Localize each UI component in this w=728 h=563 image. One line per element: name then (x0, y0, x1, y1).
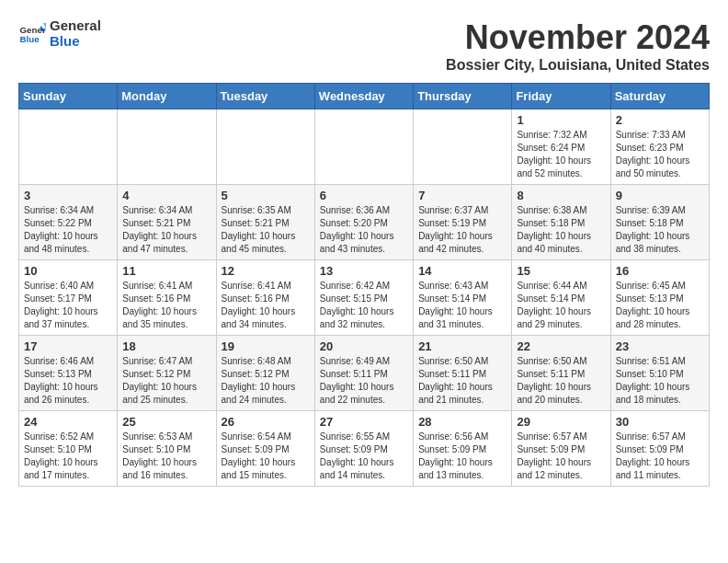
day-info: Sunrise: 6:34 AM Sunset: 5:21 PM Dayligh… (122, 204, 210, 256)
day-info: Sunrise: 6:43 AM Sunset: 5:14 PM Dayligh… (418, 280, 506, 331)
calendar-cell: 4Sunrise: 6:34 AM Sunset: 5:21 PM Daylig… (118, 185, 216, 260)
day-number: 3 (24, 189, 112, 202)
day-info: Sunrise: 7:32 AM Sunset: 6:24 PM Dayligh… (517, 129, 605, 180)
calendar-cell: 28Sunrise: 6:56 AM Sunset: 5:09 PM Dayli… (414, 411, 512, 487)
day-number: 20 (320, 339, 408, 353)
calendar-cell: 15Sunrise: 6:44 AM Sunset: 5:14 PM Dayli… (512, 260, 610, 336)
day-info: Sunrise: 6:57 AM Sunset: 5:09 PM Dayligh… (517, 431, 605, 482)
day-info: Sunrise: 6:37 AM Sunset: 5:19 PM Dayligh… (418, 204, 506, 256)
weekday-header-thursday: Thursday (414, 84, 512, 109)
calendar-cell: 14Sunrise: 6:43 AM Sunset: 5:14 PM Dayli… (414, 260, 512, 336)
day-info: Sunrise: 6:51 AM Sunset: 5:10 PM Dayligh… (616, 355, 704, 407)
day-info: Sunrise: 6:50 AM Sunset: 5:11 PM Dayligh… (517, 355, 605, 407)
day-info: Sunrise: 6:52 AM Sunset: 5:10 PM Dayligh… (24, 431, 112, 482)
day-number: 23 (616, 339, 704, 353)
calendar-cell: 3Sunrise: 6:34 AM Sunset: 5:22 PM Daylig… (19, 185, 118, 260)
calendar-cell: 16Sunrise: 6:45 AM Sunset: 5:13 PM Dayli… (610, 260, 709, 336)
logo-blue: Blue (50, 34, 101, 50)
calendar-week-row: 3Sunrise: 6:34 AM Sunset: 5:22 PM Daylig… (19, 185, 710, 260)
calendar-cell: 21Sunrise: 6:50 AM Sunset: 5:11 PM Dayli… (414, 336, 512, 411)
calendar-week-row: 10Sunrise: 6:40 AM Sunset: 5:17 PM Dayli… (19, 260, 710, 336)
page-header: General Blue General Blue November 2024 … (18, 18, 710, 74)
day-number: 30 (616, 415, 704, 429)
day-info: Sunrise: 6:48 AM Sunset: 5:12 PM Dayligh… (222, 355, 310, 407)
title-block: November 2024 Bossier City, Louisiana, U… (446, 18, 710, 74)
calendar-cell (414, 109, 512, 185)
calendar-cell: 19Sunrise: 6:48 AM Sunset: 5:12 PM Dayli… (216, 336, 314, 411)
calendar-cell: 9Sunrise: 6:39 AM Sunset: 5:18 PM Daylig… (610, 185, 709, 260)
day-number: 6 (320, 189, 408, 202)
weekday-header-saturday: Saturday (610, 84, 709, 109)
calendar-cell: 25Sunrise: 6:53 AM Sunset: 5:10 PM Dayli… (118, 411, 216, 487)
calendar-week-row: 17Sunrise: 6:46 AM Sunset: 5:13 PM Dayli… (19, 336, 710, 411)
calendar-cell: 23Sunrise: 6:51 AM Sunset: 5:10 PM Dayli… (610, 336, 709, 411)
day-number: 21 (418, 339, 506, 353)
logo-icon: General Blue (18, 20, 46, 48)
day-info: Sunrise: 6:55 AM Sunset: 5:09 PM Dayligh… (320, 431, 408, 482)
calendar-cell: 27Sunrise: 6:55 AM Sunset: 5:09 PM Dayli… (314, 411, 413, 487)
day-number: 29 (517, 415, 605, 429)
day-number: 27 (320, 415, 408, 429)
logo-general: General (50, 18, 101, 34)
day-info: Sunrise: 6:36 AM Sunset: 5:20 PM Dayligh… (320, 204, 408, 256)
day-number: 5 (222, 189, 310, 202)
calendar-cell (118, 109, 216, 185)
calendar-cell: 5Sunrise: 6:35 AM Sunset: 5:21 PM Daylig… (216, 185, 314, 260)
day-number: 4 (122, 189, 210, 202)
day-number: 19 (222, 339, 310, 353)
day-info: Sunrise: 6:53 AM Sunset: 5:10 PM Dayligh… (122, 431, 210, 482)
day-number: 9 (616, 189, 704, 202)
weekday-header-tuesday: Tuesday (216, 84, 314, 109)
day-number: 2 (616, 113, 704, 127)
calendar-header-row: SundayMondayTuesdayWednesdayThursdayFrid… (19, 84, 710, 109)
day-info: Sunrise: 7:33 AM Sunset: 6:23 PM Dayligh… (616, 129, 704, 180)
day-number: 10 (24, 264, 112, 278)
day-number: 28 (418, 415, 506, 429)
day-number: 24 (24, 415, 112, 429)
calendar-cell: 17Sunrise: 6:46 AM Sunset: 5:13 PM Dayli… (19, 336, 118, 411)
weekday-header-wednesday: Wednesday (314, 84, 413, 109)
calendar-cell: 29Sunrise: 6:57 AM Sunset: 5:09 PM Dayli… (512, 411, 610, 487)
day-info: Sunrise: 6:39 AM Sunset: 5:18 PM Dayligh… (616, 204, 704, 256)
day-info: Sunrise: 6:46 AM Sunset: 5:13 PM Dayligh… (24, 355, 112, 407)
month-title: November 2024 (446, 18, 710, 57)
day-number: 11 (122, 264, 210, 278)
day-number: 12 (222, 264, 310, 278)
calendar-cell (314, 109, 413, 185)
day-info: Sunrise: 6:54 AM Sunset: 5:09 PM Dayligh… (222, 431, 310, 482)
weekday-header-friday: Friday (512, 84, 610, 109)
day-info: Sunrise: 6:40 AM Sunset: 5:17 PM Dayligh… (24, 280, 112, 331)
day-number: 13 (320, 264, 408, 278)
calendar-cell: 20Sunrise: 6:49 AM Sunset: 5:11 PM Dayli… (314, 336, 413, 411)
calendar-cell: 13Sunrise: 6:42 AM Sunset: 5:15 PM Dayli… (314, 260, 413, 336)
calendar-cell: 8Sunrise: 6:38 AM Sunset: 5:18 PM Daylig… (512, 185, 610, 260)
day-number: 7 (418, 189, 506, 202)
svg-text:Blue: Blue (20, 34, 40, 44)
day-info: Sunrise: 6:35 AM Sunset: 5:21 PM Dayligh… (222, 204, 310, 256)
calendar-cell: 12Sunrise: 6:41 AM Sunset: 5:16 PM Dayli… (216, 260, 314, 336)
calendar-cell: 1Sunrise: 7:32 AM Sunset: 6:24 PM Daylig… (512, 109, 610, 185)
calendar-cell: 10Sunrise: 6:40 AM Sunset: 5:17 PM Dayli… (19, 260, 118, 336)
calendar-cell: 22Sunrise: 6:50 AM Sunset: 5:11 PM Dayli… (512, 336, 610, 411)
day-info: Sunrise: 6:45 AM Sunset: 5:13 PM Dayligh… (616, 280, 704, 331)
day-info: Sunrise: 6:34 AM Sunset: 5:22 PM Dayligh… (24, 204, 112, 256)
day-number: 25 (122, 415, 210, 429)
day-number: 16 (616, 264, 704, 278)
day-number: 22 (517, 339, 605, 353)
day-info: Sunrise: 6:41 AM Sunset: 5:16 PM Dayligh… (122, 280, 210, 331)
weekday-header-monday: Monday (118, 84, 216, 109)
day-info: Sunrise: 6:49 AM Sunset: 5:11 PM Dayligh… (320, 355, 408, 407)
calendar-week-row: 1Sunrise: 7:32 AM Sunset: 6:24 PM Daylig… (19, 109, 710, 185)
day-info: Sunrise: 6:57 AM Sunset: 5:09 PM Dayligh… (616, 431, 704, 482)
calendar-cell: 30Sunrise: 6:57 AM Sunset: 5:09 PM Dayli… (610, 411, 709, 487)
calendar-cell: 7Sunrise: 6:37 AM Sunset: 5:19 PM Daylig… (414, 185, 512, 260)
day-number: 14 (418, 264, 506, 278)
day-number: 15 (517, 264, 605, 278)
calendar-cell (19, 109, 118, 185)
day-info: Sunrise: 6:47 AM Sunset: 5:12 PM Dayligh… (122, 355, 210, 407)
day-info: Sunrise: 6:50 AM Sunset: 5:11 PM Dayligh… (418, 355, 506, 407)
day-info: Sunrise: 6:56 AM Sunset: 5:09 PM Dayligh… (418, 431, 506, 482)
calendar-table: SundayMondayTuesdayWednesdayThursdayFrid… (18, 83, 710, 487)
calendar-week-row: 24Sunrise: 6:52 AM Sunset: 5:10 PM Dayli… (19, 411, 710, 487)
calendar-cell (216, 109, 314, 185)
